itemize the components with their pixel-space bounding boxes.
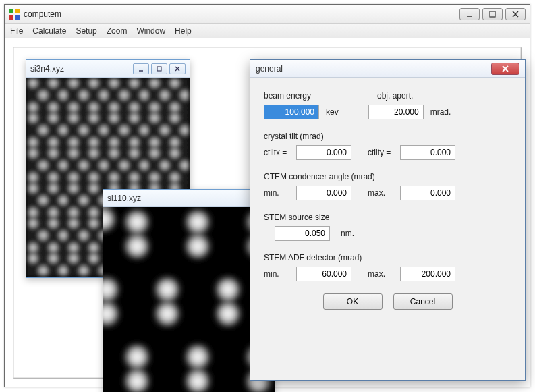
stem-source-header: STEM source size: [264, 213, 329, 222]
menu-window[interactable]: Window: [136, 26, 165, 36]
obj-apert-input[interactable]: [368, 105, 424, 119]
obj-apert-label: obj. apert.: [377, 91, 413, 101]
app-title: computem: [24, 9, 459, 19]
stem-adf-max-input[interactable]: [400, 267, 455, 281]
dialog-body: beam energy obj. apert. kev mrad.: [250, 78, 525, 319]
window-controls: [459, 8, 526, 20]
crystal-tilt-group: crystal tilt (mrad) ctiltx = ctilty =: [264, 132, 511, 160]
beam-obj-group: beam energy obj. apert. kev mrad.: [264, 91, 511, 119]
subwindow-titlebar[interactable]: si110.xyz: [103, 190, 275, 207]
ctem-max-input[interactable]: [400, 186, 455, 200]
sub-maximize-button[interactable]: [151, 63, 167, 74]
crystal-tilt-header: crystal tilt (mrad): [264, 132, 324, 141]
stem-source-group: STEM source size nm.: [264, 213, 511, 241]
stem-adf-header: STEM ADF detector (mrad): [264, 253, 362, 262]
menu-file[interactable]: File: [10, 26, 23, 36]
close-button[interactable]: [505, 8, 526, 20]
stem-adf-group: STEM ADF detector (mrad) min. = max. =: [264, 253, 511, 281]
beam-energy-input[interactable]: [264, 105, 319, 119]
ctiltx-input[interactable]: [296, 145, 351, 160]
sub-close-button[interactable]: [169, 63, 186, 74]
dialog-close-button[interactable]: [491, 63, 519, 75]
simulation-image: [103, 207, 275, 392]
titlebar: computem: [5, 5, 530, 24]
menubar: File Calculate Setup Zoom Window Help: [5, 24, 530, 38]
stem-adf-min-input[interactable]: [296, 267, 351, 281]
beam-energy-label: beam energy: [264, 91, 343, 101]
ctiltx-label: ctiltx =: [264, 148, 296, 157]
maximize-button[interactable]: [482, 8, 503, 20]
beam-energy-unit: kev: [326, 107, 339, 117]
sub-minimize-button[interactable]: [133, 63, 149, 74]
ctem-min-label: min. =: [264, 188, 296, 198]
cancel-button[interactable]: Cancel: [393, 293, 453, 310]
general-dialog: general beam energy obj. apert. k: [250, 59, 526, 381]
subwindow-title: si3n4.xyz: [30, 64, 64, 74]
menu-zoom[interactable]: Zoom: [107, 26, 128, 36]
main-window: computem File Calculate Setup Zoom Windo…: [4, 4, 530, 387]
menu-help[interactable]: Help: [175, 26, 192, 36]
obj-apert-unit: mrad.: [430, 107, 451, 117]
ctilty-label: ctilty =: [368, 148, 400, 157]
ok-button[interactable]: OK: [323, 293, 383, 310]
svg-rect-5: [157, 67, 161, 71]
menu-setup[interactable]: Setup: [76, 26, 96, 36]
mdi-area: si3n4.xyz: [13, 47, 522, 379]
app-icon: [9, 9, 20, 20]
stem-source-input[interactable]: [275, 226, 330, 241]
stem-adf-min-label: min. =: [264, 269, 296, 279]
stem-source-unit: nm.: [341, 229, 354, 238]
dialog-titlebar[interactable]: general: [250, 60, 525, 78]
minimize-button[interactable]: [459, 8, 480, 20]
ctem-max-label: max. =: [368, 188, 400, 198]
dialog-title: general: [256, 64, 491, 74]
ctem-header: CTEM condencer angle (mrad): [264, 172, 375, 181]
menu-calculate[interactable]: Calculate: [32, 26, 66, 36]
dialog-buttons: OK Cancel: [264, 293, 511, 310]
svg-rect-1: [490, 11, 495, 17]
subwindow-titlebar[interactable]: si3n4.xyz: [26, 60, 190, 78]
ctem-group: CTEM condencer angle (mrad) min. = max. …: [264, 172, 511, 200]
subwindow-title: si110.xyz: [107, 194, 141, 203]
ctem-min-input[interactable]: [296, 186, 351, 200]
ctilty-input[interactable]: [400, 145, 455, 160]
stem-adf-max-label: max. =: [368, 269, 400, 279]
workarea: si3n4.xyz: [5, 38, 530, 387]
